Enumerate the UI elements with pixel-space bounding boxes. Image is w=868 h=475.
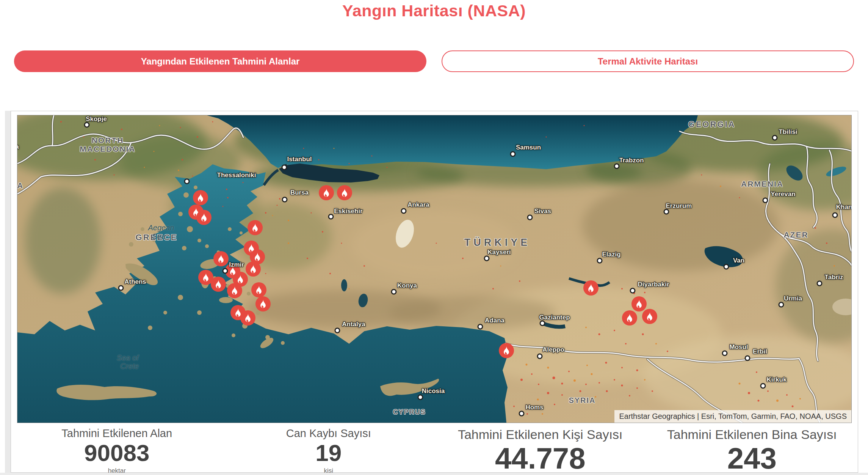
- hotspot-dot: [585, 384, 587, 385]
- city-dot: [328, 214, 334, 220]
- hotspot-dot: [436, 243, 437, 244]
- tab-thermal-activity[interactable]: Termal Aktivite Haritası: [442, 50, 854, 72]
- fire-marker[interactable]: [196, 210, 212, 225]
- hotspot-dot: [644, 292, 646, 293]
- hotspot-dot: [182, 159, 183, 160]
- stat-value: 243: [646, 443, 858, 474]
- map-card: SkopjeaThessalonikiAthensIstanbulBursaEs…: [11, 111, 858, 473]
- hotspot-dot: [786, 394, 788, 396]
- fire-marker[interactable]: [246, 261, 261, 277]
- fire-marker[interactable]: [319, 185, 334, 200]
- hotspot-dot: [531, 373, 533, 375]
- tab-affected-areas[interactable]: Yangından Etkilenen Tahmini Alanlar: [14, 50, 426, 72]
- hotspot-dot: [154, 151, 155, 152]
- fire-marker[interactable]: [227, 283, 242, 298]
- hotspot-dot: [614, 379, 615, 381]
- hotspot-dot: [701, 175, 702, 176]
- fire-marker[interactable]: [337, 185, 352, 200]
- fire-marker[interactable]: [251, 282, 266, 297]
- hotspot-dot: [462, 258, 464, 259]
- fire-marker[interactable]: [193, 190, 208, 205]
- fire-marker[interactable]: [583, 280, 599, 296]
- page-title: Yangın Haritası (NASA): [0, 0, 868, 21]
- flame-icon: [252, 252, 262, 262]
- hotspot-dot: [568, 371, 570, 372]
- fire-marker[interactable]: [631, 296, 647, 311]
- hotspot-dot: [288, 242, 289, 244]
- stat-value: 19: [223, 440, 435, 466]
- fire-marker[interactable]: [255, 296, 271, 311]
- stat-label: Tahmini Etkilenen Kişi Sayısı: [434, 427, 646, 442]
- hotspot-dot: [318, 159, 320, 160]
- fire-marker[interactable]: [248, 220, 263, 235]
- hotspot-dot: [60, 121, 62, 123]
- hotspot-dot: [748, 392, 750, 394]
- fire-marker[interactable]: [211, 277, 226, 292]
- hotspot-dot: [349, 163, 350, 164]
- city-dot: [779, 302, 784, 308]
- city-label: Trabzon: [619, 157, 644, 164]
- fire-marker[interactable]: [642, 309, 657, 324]
- flame-icon: [243, 313, 253, 323]
- hotspot-dot: [655, 343, 657, 344]
- hotspot-dot: [311, 212, 312, 214]
- hotspot-dot: [546, 137, 547, 138]
- hotspot-dot: [580, 390, 581, 392]
- hotspot-dot: [720, 186, 721, 187]
- stat-label: Tahmini Etkilenen Bina Sayısı: [646, 427, 858, 442]
- hotspot-dot: [243, 182, 244, 183]
- flame-icon: [216, 254, 226, 264]
- fire-marker[interactable]: [622, 310, 637, 326]
- hotspot-dot: [192, 176, 193, 177]
- city-label: Urmia: [784, 295, 802, 302]
- city-dot: [478, 324, 483, 330]
- fire-map[interactable]: SkopjeaThessalonikiAthensIstanbulBursaEs…: [17, 115, 851, 423]
- hotspot-dot: [767, 390, 769, 392]
- region-label: NORTH: [92, 136, 124, 145]
- hotspot-dot: [500, 266, 501, 267]
- city-dot: [418, 395, 423, 400]
- flame-icon: [199, 212, 209, 222]
- hotspot-dot: [629, 395, 630, 396]
- flame-icon: [258, 299, 268, 309]
- city-dot: [222, 268, 228, 274]
- hotspot-dot: [553, 377, 555, 379]
- fire-marker[interactable]: [240, 310, 255, 326]
- hotspot-dot: [758, 400, 760, 402]
- hotspot-dot: [636, 387, 638, 389]
- hotspot-dot: [599, 382, 600, 384]
- hotspot-dot: [520, 379, 523, 381]
- hotspot-dot: [159, 125, 160, 126]
- stats-row: Tahmini Etkilenen Alan90083hektarCan Kay…: [11, 423, 858, 472]
- city-dot: [184, 179, 190, 184]
- fire-marker[interactable]: [213, 251, 229, 266]
- hotspot-dot: [197, 136, 198, 138]
- flame-icon: [634, 299, 644, 309]
- fire-marker[interactable]: [499, 343, 514, 358]
- hotspot-dot: [226, 189, 227, 190]
- city-label: Kayseri: [487, 249, 511, 256]
- city-dot: [537, 354, 543, 359]
- flame-icon: [213, 279, 223, 289]
- city-dot: [722, 351, 728, 356]
- flame-icon: [201, 272, 211, 282]
- hotspot-dot: [756, 371, 757, 373]
- hotspot-dot: [815, 227, 816, 229]
- hotspot-dot: [547, 367, 549, 369]
- stat-value: 90083: [11, 440, 223, 466]
- flame-icon: [230, 286, 240, 296]
- hotspot-dot: [329, 273, 331, 274]
- page: Yangın Haritası (NASA) Yangından Etkilen…: [0, 0, 868, 475]
- hotspot-dot: [667, 351, 668, 352]
- flame-icon: [340, 188, 349, 198]
- hotspot-dot: [739, 197, 740, 198]
- city-label: Skopje: [86, 115, 107, 123]
- hotspot-dot: [826, 242, 827, 244]
- hotspot-dot: [739, 383, 741, 385]
- region-label: MACEDONIA: [80, 145, 136, 154]
- hotspot-dot: [519, 280, 520, 282]
- city-label: Istanbul: [287, 156, 312, 163]
- city-label: Tabriz: [825, 274, 843, 281]
- city-dot: [817, 281, 823, 286]
- city-dot: [724, 264, 729, 270]
